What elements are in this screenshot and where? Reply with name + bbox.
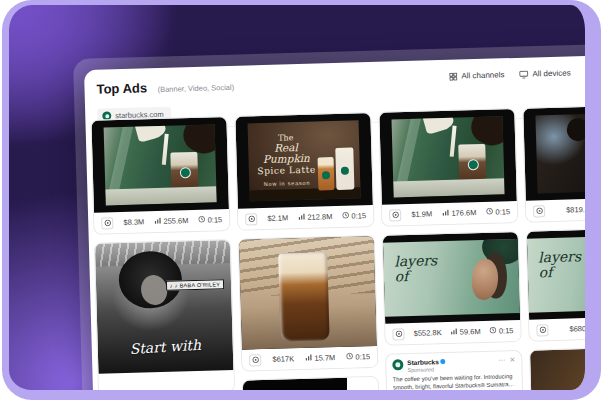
bar-chart-icon bbox=[451, 328, 458, 337]
grid-icon bbox=[449, 72, 457, 80]
ad-stats-bar: $819.4K bbox=[526, 197, 601, 222]
ad-caption: Start with bbox=[97, 335, 233, 359]
filter-bar: All channels All devices Aug 2025 bbox=[449, 67, 601, 81]
ad-card-iced-coffee[interactable]: $617K 15.7M 0:15 bbox=[238, 235, 379, 372]
starbucks-cup bbox=[335, 147, 355, 190]
video-thumbnail[interactable] bbox=[530, 347, 601, 400]
video-thumbnail[interactable] bbox=[243, 377, 379, 400]
devices-icon bbox=[519, 70, 528, 78]
blue-cta-badge[interactable] bbox=[355, 394, 375, 400]
ad-card-pour-b[interactable]: $1.9M 176.6M 0:15 bbox=[378, 108, 518, 227]
social-post-card[interactable]: Starbucks Sponsored ⋯ ✕ The coffee you'v… bbox=[385, 350, 523, 400]
spend-stat: $680.9K bbox=[569, 324, 597, 334]
post-header: Starbucks Sponsored ⋯ ✕ bbox=[392, 356, 515, 373]
ad-card-dark-pour[interactable]: $819.4K bbox=[522, 104, 601, 223]
ad-card-partial-black[interactable] bbox=[242, 376, 380, 400]
filter-label: Aug 2025 bbox=[598, 67, 601, 77]
duration-stat: 0:15 bbox=[346, 352, 370, 362]
video-thumbnail[interactable]: layers of bbox=[527, 228, 601, 320]
grid-column-2: The Real Pumpkin Spice Latte Now in seas… bbox=[234, 112, 380, 400]
video-thumbnail[interactable] bbox=[379, 109, 517, 205]
impressions-stat: 255.6M bbox=[154, 216, 188, 226]
clock-icon bbox=[486, 208, 493, 217]
post-body-text: The coffee you've been waiting for. Intr… bbox=[393, 373, 516, 391]
post-author: Starbucks bbox=[407, 358, 446, 366]
clock-icon bbox=[198, 216, 205, 225]
bar-chart-icon bbox=[305, 354, 312, 363]
page-title: Top Ads bbox=[96, 80, 147, 96]
close-icon[interactable]: ✕ bbox=[509, 356, 515, 363]
impressions-stat: 15.7M bbox=[305, 353, 335, 363]
thumbnail-art bbox=[104, 124, 217, 205]
starbucks-cup bbox=[170, 151, 199, 191]
filter-all-channels[interactable]: All channels bbox=[449, 70, 504, 81]
thumbnail-art: The Real Pumpkin Spice Latte Now in seas… bbox=[248, 120, 361, 201]
ad-stats-bar: $552.8K 59.6M 0:15 bbox=[385, 320, 521, 345]
hero-stage: Top Ads (Banner, Video, Social) All chan… bbox=[0, 0, 605, 402]
ad-detail-button[interactable] bbox=[245, 213, 257, 225]
page-subtitle: (Banner, Video, Social) bbox=[157, 83, 234, 94]
video-thumbnail[interactable] bbox=[523, 105, 601, 201]
spend-stat: $1.9M bbox=[411, 209, 432, 219]
filter-label: All channels bbox=[461, 70, 504, 80]
thumbnail-art bbox=[392, 116, 505, 197]
spend-stat: $617K bbox=[272, 354, 294, 364]
video-thumbnail[interactable]: The Real Pumpkin Spice Latte Now in seas… bbox=[235, 113, 373, 209]
bar-chart-icon bbox=[442, 209, 449, 218]
duration-stat: 0:15 bbox=[342, 211, 366, 221]
purple-frame: Top Ads (Banner, Video, Social) All chan… bbox=[2, 0, 601, 400]
ad-card-pumpkin[interactable]: The Real Pumpkin Spice Latte Now in seas… bbox=[234, 112, 374, 231]
more-options-icon[interactable]: ⋯ bbox=[498, 356, 505, 363]
ad-stats-bar bbox=[98, 370, 234, 395]
ad-card-bw-portrait[interactable]: ♪♪ BABA O'RILEY Start with bbox=[94, 239, 235, 396]
music-note-icon: ♪ bbox=[170, 283, 173, 289]
ad-detail-button[interactable] bbox=[101, 217, 113, 229]
filter-label: All devices bbox=[532, 68, 570, 78]
ad-copy: layers of bbox=[394, 253, 438, 284]
clock-icon bbox=[346, 353, 353, 362]
video-thumbnail[interactable]: ♪♪ BABA O'RILEY Start with bbox=[95, 240, 234, 374]
ad-detail-button[interactable] bbox=[389, 209, 401, 221]
duration-stat: 0:15 bbox=[490, 326, 514, 336]
starbucks-cup bbox=[458, 143, 487, 183]
grid-column-1: $8.3M 255.6M 0:15 ♪♪ BABA O'RILEY Start … bbox=[90, 116, 235, 396]
music-badge: ♪♪ BABA O'RILEY bbox=[165, 279, 224, 291]
ad-card-partial-brown[interactable] bbox=[529, 346, 601, 400]
impressions-stat: 176.6M bbox=[442, 208, 476, 218]
spend-stat: $2.1M bbox=[267, 213, 288, 223]
grid-column-3: $1.9M 176.6M 0:15 layers of bbox=[378, 108, 523, 400]
post-meta: Sponsored bbox=[407, 366, 446, 373]
ad-detail-button[interactable] bbox=[392, 328, 404, 340]
ad-card-pour-a[interactable]: $8.3M 255.6M 0:15 bbox=[90, 116, 230, 235]
thumbnail-art bbox=[239, 236, 377, 350]
ad-copy: The Real Pumpkin Spice Latte Now in seas… bbox=[255, 132, 319, 187]
impressions-stat: 59.6M bbox=[451, 327, 481, 337]
starbucks-avatar bbox=[392, 359, 403, 370]
ad-stats-bar: $1.9M 176.6M 0:15 bbox=[382, 201, 518, 226]
video-thumbnail[interactable]: layers of bbox=[383, 232, 520, 324]
clock-icon bbox=[342, 212, 349, 221]
clock-icon bbox=[490, 327, 497, 336]
video-thumbnail[interactable] bbox=[91, 117, 229, 213]
ad-detail-button[interactable] bbox=[533, 205, 545, 217]
coffee-glass bbox=[278, 253, 329, 342]
thumbnail-art: layers of bbox=[383, 239, 520, 317]
ad-card-layers-b[interactable]: layers of $680.9K bbox=[526, 227, 601, 342]
filter-date[interactable]: Aug 2025 bbox=[586, 67, 601, 77]
ad-detail-button[interactable] bbox=[249, 354, 261, 366]
spend-stat: $552.8K bbox=[414, 328, 442, 338]
filter-all-devices[interactable]: All devices bbox=[519, 68, 570, 78]
ads-grid: $8.3M 255.6M 0:15 ♪♪ BABA O'RILEY Start … bbox=[90, 104, 601, 400]
thumbnail-art: layers of bbox=[527, 235, 601, 313]
video-thumbnail[interactable] bbox=[239, 236, 377, 350]
ad-copy: layers of bbox=[538, 249, 582, 280]
ad-card-layers-a[interactable]: layers of $552.8K 59.6M 0:15 bbox=[382, 231, 522, 346]
thumbnail-art bbox=[535, 112, 601, 193]
spend-stat: $819.4K bbox=[566, 205, 594, 215]
ad-stats-bar: $680.9K bbox=[529, 316, 601, 341]
ad-detail-button[interactable] bbox=[536, 324, 548, 336]
spend-stat: $8.3M bbox=[123, 217, 144, 227]
duration-stat: 0:15 bbox=[198, 215, 222, 225]
starbucks-cup bbox=[317, 157, 335, 190]
bar-chart-icon bbox=[298, 213, 305, 222]
